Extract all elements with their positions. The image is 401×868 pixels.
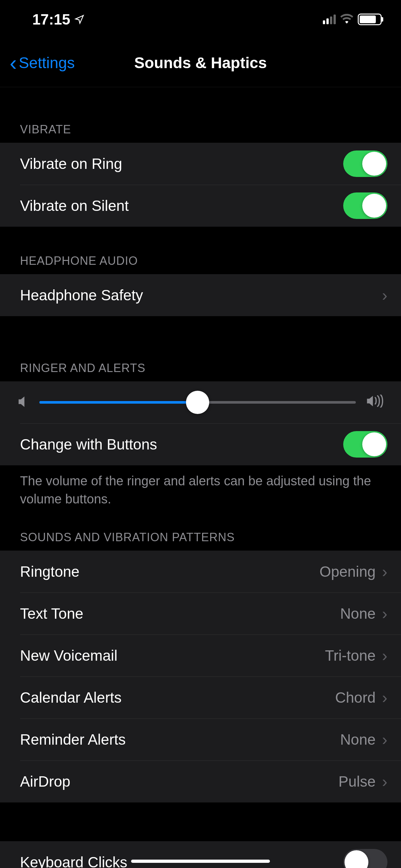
row-label: AirDrop [20,773,70,790]
chevron-right-icon: › [382,646,388,665]
row-label: Headphone Safety [20,286,143,304]
chevron-right-icon: › [382,688,388,707]
toggle-vibrate-silent[interactable] [343,192,388,219]
row-label: Vibrate on Ring [20,155,122,173]
group-sounds: Ringtone Opening › Text Tone None › New … [0,551,401,802]
chevron-right-icon: › [382,286,388,305]
row-vibrate-silent[interactable]: Vibrate on Silent [0,185,401,227]
group-headphone: Headphone Safety › [0,274,401,316]
chevron-right-icon: › [382,604,388,623]
row-value: Opening [319,563,375,580]
page-title: Sounds & Haptics [134,54,267,72]
nav-bar: ‹ Settings Sounds & Haptics [0,39,401,87]
chevron-right-icon: › [382,562,388,581]
row-value: None [340,731,375,748]
row-text-tone[interactable]: Text Tone None › [0,593,401,634]
row-ringtone[interactable]: Ringtone Opening › [0,551,401,593]
section-footer-ringer: The volume of the ringer and alerts can … [0,465,401,508]
status-bar: 17:15 [0,0,401,39]
row-new-voicemail[interactable]: New Voicemail Tri-tone › [0,634,401,677]
row-label: New Voicemail [20,647,118,664]
status-time: 17:15 [32,11,70,28]
row-label: Calendar Alerts [20,689,122,706]
row-label: Ringtone [20,563,80,580]
group-vibrate: Vibrate on Ring Vibrate on Silent [0,143,401,227]
chevron-right-icon: › [382,772,388,791]
group-keyboard: Keyboard Clicks [0,841,401,868]
toggle-vibrate-ring[interactable] [343,151,388,177]
back-button[interactable]: ‹ Settings [10,52,74,73]
chevron-right-icon: › [382,730,388,749]
row-vibrate-ring[interactable]: Vibrate on Ring [0,143,401,185]
speaker-high-icon [367,394,385,411]
volume-slider[interactable] [39,401,356,404]
row-headphone-safety[interactable]: Headphone Safety › [0,274,401,316]
battery-icon [358,13,382,25]
row-label: Reminder Alerts [20,731,126,748]
row-label: Vibrate on Silent [20,197,129,214]
row-label: Text Tone [20,605,83,622]
section-header-ringer: Ringer and Alerts [0,316,401,381]
home-indicator[interactable] [131,860,270,863]
toggle-keyboard-clicks[interactable] [343,849,388,868]
row-label: Keyboard Clicks [20,854,127,868]
row-label: Change with Buttons [20,436,157,453]
back-label: Settings [19,54,74,72]
section-header-headphone: Headphone Audio [0,227,401,274]
wifi-icon [340,14,353,25]
row-value: None [340,605,375,622]
cellular-signal-icon [323,14,336,24]
speaker-low-icon [18,394,28,411]
row-keyboard-clicks[interactable]: Keyboard Clicks [0,841,401,868]
toggle-change-buttons[interactable] [343,431,388,458]
row-value: Chord [335,689,375,706]
row-value: Tri-tone [325,647,376,664]
row-volume-slider[interactable] [0,381,401,423]
row-calendar-alerts[interactable]: Calendar Alerts Chord › [0,677,401,718]
row-change-buttons[interactable]: Change with Buttons [0,423,401,465]
section-header-sounds: Sounds and Vibration Patterns [0,508,401,551]
row-reminder-alerts[interactable]: Reminder Alerts None › [0,718,401,761]
row-airdrop[interactable]: AirDrop Pulse › [0,761,401,802]
status-left: 17:15 [32,11,85,28]
row-value: Pulse [338,773,375,790]
chevron-left-icon: ‹ [10,52,17,73]
group-ringer: Change with Buttons [0,381,401,465]
location-icon [74,11,85,28]
status-right [323,13,382,25]
section-header-vibrate: Vibrate [0,87,401,143]
